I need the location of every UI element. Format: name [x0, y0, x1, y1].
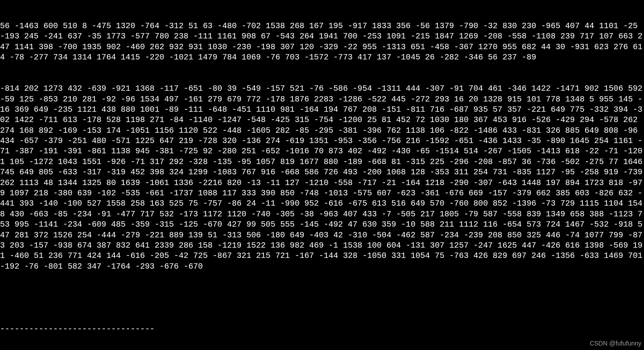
console-output: 56 -1463 600 510 8 -475 1320 -764 -312 5… [0, 0, 644, 350]
numbers-output-block-1: 56 -1463 600 510 8 -475 1320 -764 -312 5… [0, 21, 644, 63]
numbers-output-block-2: -814 202 1273 432 -639 -921 1368 -117 -6… [0, 84, 644, 272]
separator-line: -------------------------------- [0, 324, 644, 334]
watermark-text: CSDN @fufufunny [590, 339, 641, 347]
blank-line [0, 293, 644, 303]
